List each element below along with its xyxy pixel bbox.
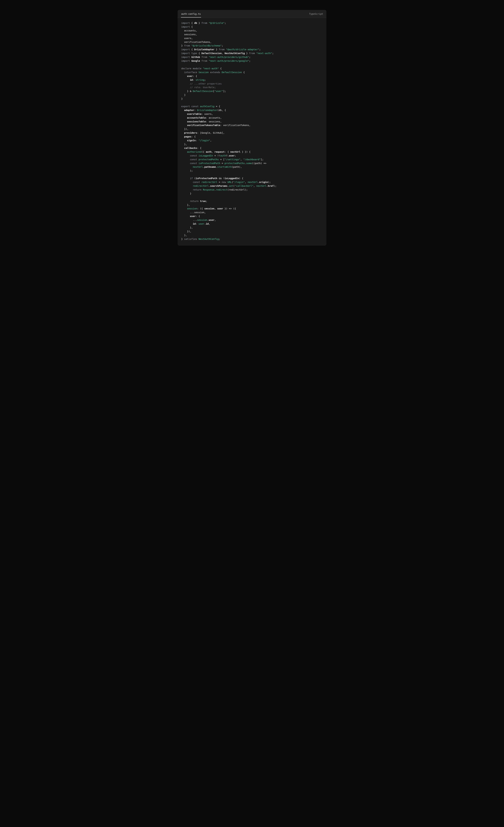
- file-tab-label: auth-config.ts: [181, 12, 201, 15]
- language-label: TypeScript: [309, 12, 323, 15]
- tab-bar: auth-config.ts TypeScript: [178, 10, 326, 18]
- code-block[interactable]: import { db } from "@/drizzle"; import {…: [178, 18, 326, 246]
- language-badge: TypeScript: [309, 12, 323, 15]
- code-panel: auth-config.ts TypeScript import { db } …: [178, 10, 326, 246]
- file-tab[interactable]: auth-config.ts: [181, 10, 201, 17]
